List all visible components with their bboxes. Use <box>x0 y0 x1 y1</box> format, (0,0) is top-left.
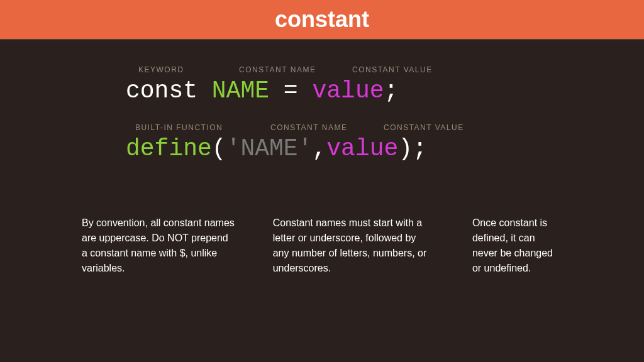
note-uppercase-convention: By convention, all constant names are up… <box>82 216 235 276</box>
label-constant-name: CONSTANT NAME <box>270 123 384 132</box>
label-builtin-function: BUILT-IN FUNCTION <box>135 123 270 132</box>
token-quoted-name: 'NAME' <box>226 135 313 162</box>
main-content: KEYWORD CONSTANT NAME CONSTANT VALUE con… <box>0 40 644 276</box>
define-labels: BUILT-IN FUNCTION CONSTANT NAME CONSTANT… <box>135 123 581 132</box>
token-open-paren: ( <box>212 135 226 162</box>
label-constant-value: CONSTANT VALUE <box>352 65 465 74</box>
notes-row: By convention, all constant names are up… <box>63 216 581 276</box>
token-close-paren: ) <box>398 135 413 162</box>
define-syntax-block: BUILT-IN FUNCTION CONSTANT NAME CONSTANT… <box>63 123 581 162</box>
token-value: value <box>312 77 384 104</box>
const-syntax-block: KEYWORD CONSTANT NAME CONSTANT VALUE con… <box>63 65 581 104</box>
token-const: const <box>126 77 212 104</box>
token-semicolon: ; <box>413 135 427 162</box>
token-equals: = <box>269 77 312 104</box>
token-comma: , <box>312 135 326 162</box>
token-define: define <box>126 135 212 162</box>
note-naming-rules: Constant names must start with a letter … <box>273 216 435 276</box>
note-immutability: Once constant is defined, it can never b… <box>472 216 562 276</box>
token-semicolon: ; <box>384 77 399 104</box>
label-constant-value: CONSTANT VALUE <box>384 123 497 132</box>
define-code-line: define('NAME',value); <box>126 135 581 162</box>
token-name: NAME <box>212 77 269 104</box>
const-labels: KEYWORD CONSTANT NAME CONSTANT VALUE <box>138 65 581 74</box>
label-keyword: KEYWORD <box>138 65 239 74</box>
slide-header: constant <box>0 0 644 40</box>
token-value: value <box>326 135 398 162</box>
slide-title: constant <box>275 6 369 33</box>
label-constant-name: CONSTANT NAME <box>239 65 352 74</box>
const-code-line: const NAME = value; <box>126 77 581 104</box>
